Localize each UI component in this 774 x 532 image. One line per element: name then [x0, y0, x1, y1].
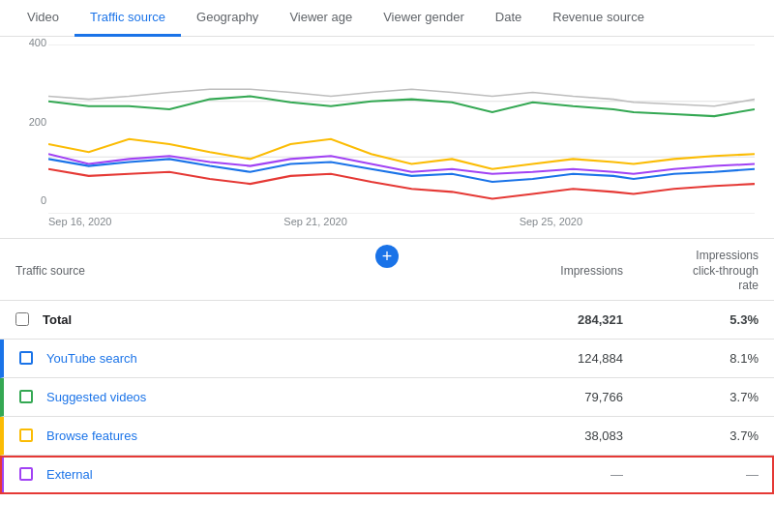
checkbox-browse-wrap[interactable] [19, 429, 46, 442]
impressions-browse-features: 38,083 [488, 429, 623, 443]
table-row-external: External — — [0, 456, 774, 494]
add-column-button[interactable]: + [375, 245, 399, 268]
y-label-0: 0 [41, 194, 46, 206]
tab-viewer-gender[interactable]: Viewer gender [368, 0, 480, 37]
tab-geography[interactable]: Geography [181, 0, 274, 37]
source-label-youtube-search[interactable]: YouTube search [46, 351, 488, 366]
color-indicator-external [19, 467, 33, 481]
impressions-external: — [488, 467, 623, 482]
data-table: Traffic source + Impressions Impressions… [0, 238, 774, 494]
table-header: Traffic source + Impressions Impressions… [0, 239, 774, 301]
checkbox-external-wrap[interactable] [19, 467, 46, 481]
col-ctr-header: Impressions click-through rate [623, 249, 759, 294]
impressions-suggested-videos: 79,766 [488, 390, 623, 404]
checkbox-youtube-wrap[interactable] [19, 351, 46, 365]
tab-viewer-age[interactable]: Viewer age [274, 0, 368, 37]
checkbox-total[interactable] [15, 312, 29, 326]
ctr-youtube-search: 8.1% [623, 351, 759, 366]
x-label-sep16: Sep 16, 2020 [48, 216, 111, 227]
checkbox-suggested-wrap[interactable] [19, 390, 46, 403]
impressions-total: 284,321 [488, 312, 623, 327]
ctr-header-line2: click-through [623, 264, 759, 280]
chart-area: 400 200 0 Sep 16, 2020 Sep 21, 2020 [0, 37, 774, 230]
color-indicator-youtube [19, 351, 33, 365]
ctr-browse-features: 3.7% [623, 429, 759, 443]
impressions-youtube-search: 124,884 [488, 351, 623, 366]
x-label-sep25: Sep 25, 2020 [520, 216, 582, 227]
source-label-external[interactable]: External [46, 467, 488, 482]
col-source-header: Traffic source [15, 264, 488, 278]
checkbox-total-wrap[interactable] [15, 312, 43, 326]
tab-revenue-source[interactable]: Revenue source [537, 0, 660, 37]
source-label-total: Total [43, 312, 488, 327]
y-axis: 400 200 0 [8, 37, 46, 206]
table-row-youtube-search: YouTube search 124,884 8.1% [0, 340, 774, 378]
color-indicator-suggested [19, 390, 33, 403]
source-label-browse-features[interactable]: Browse features [46, 429, 488, 443]
table-row-suggested-videos: Suggested videos 79,766 3.7% [0, 378, 774, 417]
line-chart [48, 44, 755, 214]
ctr-header-line3: rate [623, 279, 759, 294]
tab-bar: Video Traffic source Geography Viewer ag… [0, 0, 774, 37]
ctr-header-line1: Impressions [623, 249, 759, 264]
table-row-browse-features: Browse features 38,083 3.7% [0, 417, 774, 456]
ctr-total: 5.3% [623, 312, 759, 327]
y-label-400: 400 [29, 37, 46, 48]
table-row-total: Total 284,321 5.3% [0, 301, 774, 340]
source-label-suggested-videos[interactable]: Suggested videos [46, 390, 488, 404]
y-label-200: 200 [29, 116, 46, 128]
tab-video[interactable]: Video [12, 0, 74, 37]
x-axis: Sep 16, 2020 Sep 21, 2020 Sep 25, 2020 [48, 216, 755, 227]
chart-svg-wrap [48, 44, 755, 214]
x-label-sep21: Sep 21, 2020 [283, 216, 346, 227]
ctr-external: — [623, 467, 759, 482]
tab-date[interactable]: Date [480, 0, 537, 37]
tab-traffic-source[interactable]: Traffic source [74, 0, 181, 37]
col-impressions-header: Impressions [488, 264, 623, 278]
color-indicator-browse [19, 429, 33, 442]
ctr-suggested-videos: 3.7% [623, 390, 759, 404]
